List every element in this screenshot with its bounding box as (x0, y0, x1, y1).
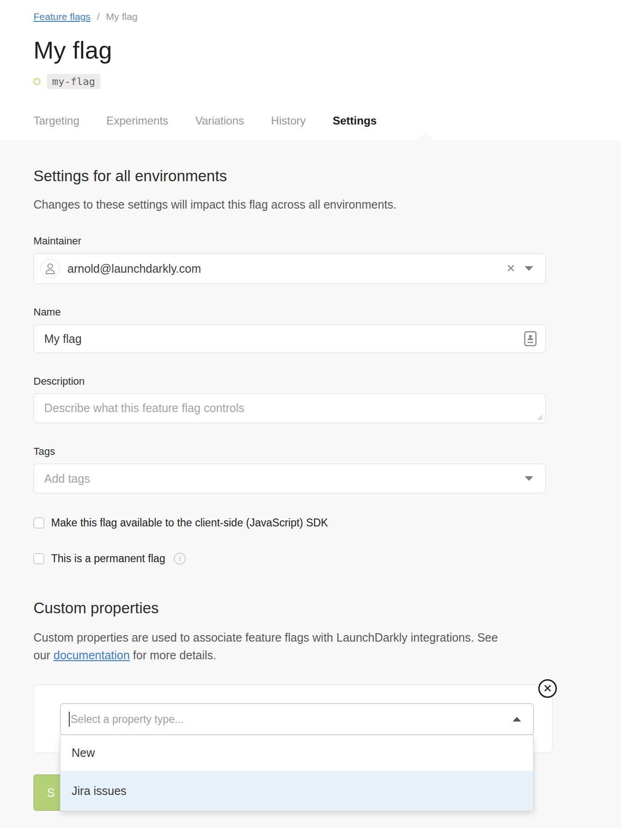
tags-select[interactable] (33, 464, 546, 493)
tags-label: Tags (33, 446, 546, 458)
description-field (33, 394, 546, 423)
tab-targeting[interactable]: Targeting (33, 114, 79, 127)
page-header: Feature flags / My flag My flag my-flag … (0, 0, 621, 140)
active-tab-notch (417, 133, 434, 141)
text-cursor (69, 712, 70, 727)
custom-properties-intro: Custom properties are used to associate … (33, 629, 503, 664)
caret-down-icon[interactable] (525, 476, 533, 481)
tab-history[interactable]: History (271, 114, 306, 127)
custom-properties-heading: Custom properties (33, 599, 546, 617)
name-label: Name (33, 306, 546, 318)
breadcrumb-separator: / (97, 11, 99, 22)
flag-key-row: my-flag (33, 73, 588, 89)
maintainer-select[interactable]: ✕ (33, 253, 546, 284)
property-type-menu: New Jira issues (60, 735, 534, 811)
settings-panel: Settings for all environments Changes to… (0, 140, 621, 828)
tab-settings[interactable]: Settings (333, 114, 377, 127)
name-field[interactable] (33, 324, 546, 353)
flag-key-badge[interactable]: my-flag (47, 74, 100, 89)
contact-card-icon (524, 331, 537, 347)
documentation-link[interactable]: documentation (53, 649, 130, 662)
breadcrumb-feature-flags-link[interactable]: Feature flags (33, 11, 91, 22)
maintainer-input[interactable] (67, 262, 499, 276)
permanent-flag-label[interactable]: This is a permanent flag (51, 552, 165, 565)
page-title: My flag (33, 36, 588, 64)
breadcrumb: Feature flags / My flag (33, 11, 588, 22)
maintainer-label: Maintainer (33, 235, 546, 247)
breadcrumb-current: My flag (106, 11, 138, 22)
settings-section-subtext: Changes to these settings will impact th… (33, 196, 508, 213)
property-type-placeholder: Select a property type... (71, 713, 513, 726)
property-type-select[interactable]: Select a property type... (60, 703, 534, 735)
tab-variations[interactable]: Variations (195, 114, 244, 127)
info-icon[interactable]: i (174, 553, 185, 564)
person-icon (40, 259, 60, 278)
menu-option-jira-issues[interactable]: Jira issues (60, 771, 533, 811)
description-textarea[interactable] (33, 394, 546, 423)
close-icon[interactable]: ✕ (538, 679, 557, 698)
client-side-sdk-label[interactable]: Make this flag available to the client-s… (51, 517, 328, 529)
caret-up-icon[interactable] (513, 717, 521, 722)
tab-bar: Targeting Experiments Variations History… (33, 114, 588, 140)
name-input[interactable] (44, 332, 524, 346)
caret-down-icon[interactable] (525, 266, 533, 271)
client-side-sdk-row: Make this flag available to the client-s… (33, 517, 546, 529)
description-label: Description (33, 375, 546, 387)
intro-text-after: for more details. (130, 649, 216, 662)
client-side-sdk-checkbox[interactable] (33, 518, 44, 528)
tab-experiments[interactable]: Experiments (106, 114, 168, 127)
custom-property-card: ✕ Select a property type... New Jira iss… (33, 684, 553, 753)
permanent-flag-row: This is a permanent flag i (33, 552, 546, 565)
circle-outline-icon (33, 78, 40, 85)
settings-section-heading: Settings for all environments (33, 167, 546, 185)
clear-icon[interactable]: ✕ (506, 263, 515, 274)
tags-input[interactable] (44, 472, 525, 486)
permanent-flag-checkbox[interactable] (33, 553, 44, 564)
menu-option-new[interactable]: New (60, 735, 533, 771)
